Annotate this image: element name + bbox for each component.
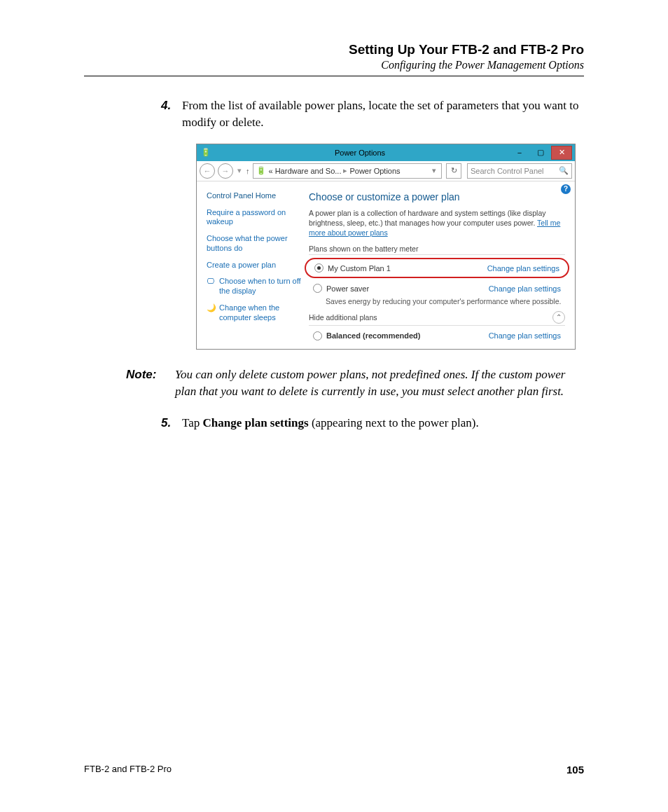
sidebar: Control Panel Home Require a password on… (197, 181, 309, 349)
up-button[interactable]: ↑ (246, 167, 250, 175)
sidebar-link-turn-off-display[interactable]: 🖵Choose when to turn off the display (207, 277, 302, 296)
plans-section-label: Plans shown on the battery meter (309, 245, 565, 255)
breadcrumb-part1: « Hardware and So... (269, 167, 342, 175)
page-number: 105 (566, 764, 584, 776)
navigation-bar: ← → ▾ ↑ 🔋 « Hardware and So... ▸ Power O… (197, 161, 575, 181)
note-block: Note: You can only delete custom power p… (126, 366, 584, 401)
breadcrumb-part2: Power Options (349, 167, 400, 175)
step-5-number: 5. (161, 415, 182, 432)
search-icon: 🔍 (559, 166, 569, 175)
plan-name: Balanced (recommended) (326, 331, 489, 340)
battery-icon: 🔋 (201, 148, 211, 158)
window-title: Power Options (211, 149, 509, 157)
nav-separator: ▾ (237, 166, 242, 175)
breadcrumb-icon: 🔋 (256, 166, 266, 175)
plan-power-saver-desc: Saves energy by reducing your computer's… (326, 297, 565, 307)
change-plan-settings-link[interactable]: Change plan settings (489, 331, 561, 340)
step-5-text: Tap Change plan settings (appearing next… (182, 415, 584, 432)
collapse-icon[interactable]: ⌃ (552, 311, 565, 324)
refresh-button[interactable]: ↻ (446, 163, 461, 179)
search-input[interactable]: Search Control Panel 🔍 (467, 163, 572, 179)
main-description: A power plan is a collection of hardware… (309, 208, 565, 238)
note-label: Note: (126, 366, 175, 401)
window-titlebar: 🔋 Power Options − ▢ ✕ (197, 144, 575, 161)
step-4: 4. From the list of available power plan… (161, 97, 584, 131)
sidebar-link-password[interactable]: Require a password on wakeup (207, 208, 302, 228)
breadcrumb-bar[interactable]: 🔋 « Hardware and So... ▸ Power Options ▾ (253, 163, 443, 179)
back-button[interactable]: ← (200, 163, 215, 179)
power-options-screenshot: 🔋 Power Options − ▢ ✕ ← → ▾ ↑ 🔋 « Hardwa… (196, 144, 576, 350)
maximize-button[interactable]: ▢ (530, 146, 551, 160)
change-plan-settings-link[interactable]: Change plan settings (489, 284, 561, 293)
page-footer: FTB-2 and FTB-2 Pro 105 (84, 764, 584, 776)
step-4-number: 4. (161, 97, 182, 131)
plan-name: My Custom Plan 1 (328, 264, 487, 273)
radio-icon[interactable] (313, 284, 322, 293)
control-panel-home-link[interactable]: Control Panel Home (207, 191, 302, 200)
highlighted-plan: My Custom Plan 1 Change plan settings (305, 258, 569, 278)
minimize-button[interactable]: − (509, 146, 530, 160)
sidebar-link-sleep[interactable]: 🌙Change when the computer sleeps (207, 303, 302, 323)
radio-icon[interactable] (313, 331, 322, 340)
footer-product: FTB-2 and FTB-2 Pro (84, 764, 172, 776)
step-5: 5. Tap Change plan settings (appearing n… (161, 415, 584, 432)
radio-selected-icon[interactable] (314, 263, 323, 273)
moon-icon: 🌙 (207, 303, 216, 323)
monitor-icon: 🖵 (207, 277, 216, 296)
plan-power-saver[interactable]: Power saver Change plan settings (309, 281, 565, 296)
header-rule (84, 76, 584, 76)
note-text: You can only delete custom power plans, … (175, 366, 584, 401)
search-placeholder: Search Control Panel (471, 167, 544, 175)
close-button[interactable]: ✕ (551, 146, 572, 160)
forward-button[interactable]: → (218, 163, 233, 179)
plan-balanced[interactable]: Balanced (recommended) Change plan setti… (309, 329, 565, 343)
change-plan-settings-link[interactable]: Change plan settings (487, 264, 559, 273)
sidebar-link-buttons[interactable]: Choose what the power buttons do (207, 234, 302, 254)
plan-my-custom[interactable]: My Custom Plan 1 Change plan settings (310, 261, 564, 275)
chevron-right-icon: ▸ (343, 166, 347, 175)
step-4-text: From the list of available power plans, … (182, 97, 584, 131)
main-panel: Choose or customize a power plan A power… (309, 181, 575, 349)
plan-name: Power saver (326, 284, 489, 293)
help-icon[interactable]: ? (561, 184, 571, 194)
page-header-title: Setting Up Your FTB-2 and FTB-2 Pro (84, 42, 584, 57)
page-header-subtitle: Configuring the Power Management Options (84, 59, 584, 71)
sidebar-link-create-plan[interactable]: Create a power plan (207, 261, 302, 270)
main-title: Choose or customize a power plan (309, 191, 565, 202)
breadcrumb-dropdown-icon[interactable]: ▾ (432, 166, 436, 175)
hide-plans-section[interactable]: Hide additional plans ⌃ (309, 311, 565, 326)
